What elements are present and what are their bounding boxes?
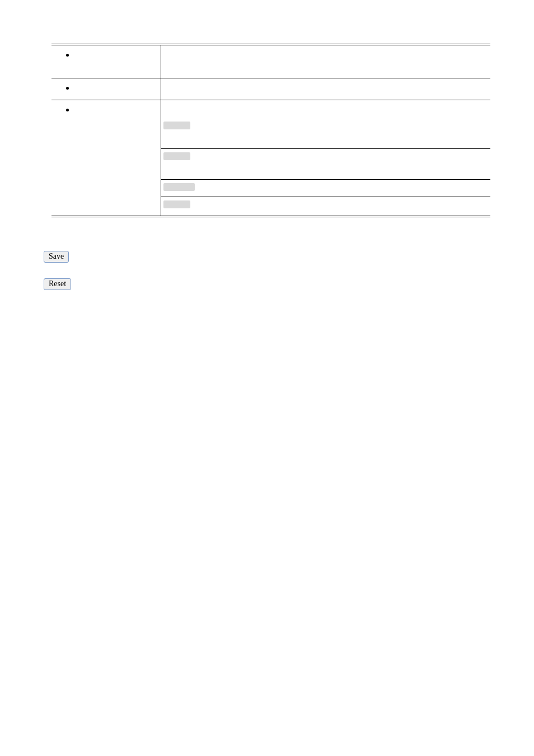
save-button[interactable]: Save: [44, 251, 69, 263]
row3-value-cell: [161, 100, 490, 217]
placeholder-bar: [163, 122, 190, 129]
row3-subtable: [161, 118, 491, 214]
row2-label-cell: [51, 78, 161, 100]
placeholder-bar: [163, 152, 190, 160]
row1-value-cell: [161, 45, 490, 78]
placeholder-bar: [163, 183, 195, 191]
bullet-icon: [66, 54, 69, 57]
bullet-icon: [66, 109, 69, 111]
reset-button[interactable]: Reset: [44, 278, 71, 290]
placeholder-bar: [163, 200, 190, 208]
row2-value-cell: [161, 78, 490, 100]
row1-label-cell: [51, 45, 161, 78]
row3-label-cell: [51, 100, 161, 217]
bullet-icon: [66, 87, 69, 90]
settings-table: [51, 44, 490, 217]
